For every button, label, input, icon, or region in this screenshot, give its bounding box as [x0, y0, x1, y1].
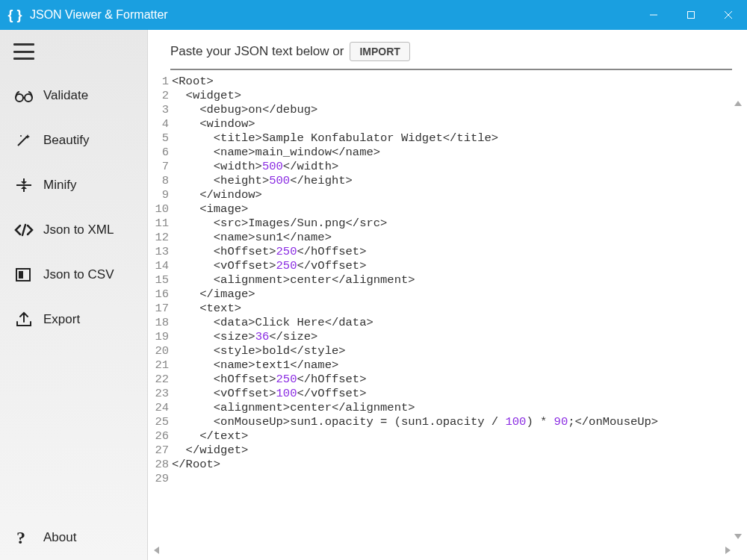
code-line[interactable]: <name>text1</name> — [172, 358, 732, 373]
sidebar-item-label: Export — [43, 312, 80, 327]
scroll-down-icon[interactable] — [734, 534, 742, 539]
line-number: 21 — [151, 358, 172, 373]
svg-line-11 — [22, 225, 25, 235]
code-line[interactable]: </window> — [172, 188, 732, 202]
code-line[interactable]: <hOffset>250</hOffset> — [172, 245, 732, 259]
glasses-icon — [13, 87, 43, 104]
line-number: 15 — [151, 273, 172, 287]
code-line[interactable]: <height>500</height> — [172, 174, 732, 188]
line-number: 12 — [151, 231, 172, 245]
code-line[interactable]: </widget> — [172, 444, 732, 458]
sidebar-item-label: Minify — [43, 178, 76, 193]
sidebar-item-beautify[interactable]: Beautify — [0, 118, 147, 163]
code-body[interactable]: <Root> <widget> <debug>on</debug> <windo… — [172, 73, 732, 553]
question-icon: ? — [13, 529, 43, 547]
line-number: 24 — [151, 401, 172, 415]
code-line[interactable]: <vOffset>250</vOffset> — [172, 259, 732, 273]
sidebar-item-label: Json to XML — [43, 223, 114, 237]
svg-rect-1 — [688, 12, 695, 19]
line-number: 23 — [151, 387, 172, 401]
sidebar-item-json2csv[interactable]: Json to CSV — [0, 252, 147, 297]
svg-line-6 — [18, 137, 27, 146]
code-line[interactable]: </image> — [172, 287, 732, 302]
sidebar-spacer — [0, 342, 147, 515]
code-line[interactable]: <alignment>center</alignment> — [172, 401, 732, 415]
titlebar[interactable]: { } JSON Viewer & Formatter — [0, 0, 747, 30]
svg-text:?: ? — [16, 529, 25, 547]
csv-icon — [13, 267, 43, 283]
code-line[interactable]: <width>500</width> — [172, 160, 732, 174]
scrollbar-vertical[interactable] — [733, 101, 743, 539]
code-editor[interactable]: 1234567891011121314151617181920212223242… — [151, 73, 732, 553]
code-line[interactable]: <hOffset>250</hOffset> — [172, 373, 732, 387]
content-area: Paste your JSON text below or IMPORT 123… — [148, 30, 747, 560]
scroll-right-icon[interactable] — [725, 547, 731, 554]
line-number: 4 — [151, 117, 172, 131]
header-divider — [170, 69, 732, 70]
sidebar-item-minify[interactable]: Minify — [0, 163, 147, 208]
body: Validate Beautify Minify — [0, 30, 747, 560]
sidebar-item-validate[interactable]: Validate — [0, 73, 147, 118]
wand-icon — [13, 132, 43, 149]
line-number: 26 — [151, 429, 172, 444]
line-number: 28 — [151, 458, 172, 472]
code-line[interactable]: <Root> — [172, 75, 732, 89]
code-line[interactable]: <text> — [172, 302, 732, 316]
line-number: 3 — [151, 103, 172, 117]
line-number: 6 — [151, 146, 172, 160]
line-number: 13 — [151, 245, 172, 259]
code-line[interactable]: <title>Sample Konfabulator Widget</title… — [172, 131, 732, 146]
sidebar-item-export[interactable]: Export — [0, 297, 147, 342]
line-number: 17 — [151, 302, 172, 316]
code-line[interactable] — [172, 472, 732, 486]
line-number: 18 — [151, 316, 172, 330]
code-icon — [13, 222, 43, 238]
line-number: 1 — [151, 75, 172, 89]
code-line[interactable]: <image> — [172, 202, 732, 217]
sidebar-item-about[interactable]: ? About — [0, 515, 147, 560]
sidebar-item-json2xml[interactable]: Json to XML — [0, 208, 147, 252]
line-number: 20 — [151, 344, 172, 358]
sidebar-items: Validate Beautify Minify — [0, 73, 147, 560]
code-line[interactable]: <name>sun1</name> — [172, 231, 732, 245]
line-number: 14 — [151, 259, 172, 273]
code-line[interactable]: <size>36</size> — [172, 330, 732, 344]
code-line[interactable]: <style>bold</style> — [172, 344, 732, 358]
minimize-button[interactable] — [635, 0, 672, 30]
scrollbar-horizontal[interactable] — [154, 545, 731, 556]
svg-rect-13 — [19, 272, 22, 278]
line-number: 10 — [151, 202, 172, 217]
code-line[interactable]: <widget> — [172, 89, 732, 103]
sidebar-item-label: Validate — [43, 88, 88, 103]
hamburger-area — [0, 30, 147, 73]
code-line[interactable]: <debug>on</debug> — [172, 103, 732, 117]
sidebar-item-label: Json to CSV — [43, 267, 114, 282]
code-line[interactable]: <data>Click Here</data> — [172, 316, 732, 330]
line-number: 27 — [151, 444, 172, 458]
line-number: 11 — [151, 217, 172, 231]
code-line[interactable]: <alignment>center</alignment> — [172, 273, 732, 287]
close-button[interactable] — [710, 0, 747, 30]
code-line[interactable]: </Root> — [172, 458, 732, 472]
hamburger-icon[interactable] — [13, 43, 34, 60]
line-number: 5 — [151, 131, 172, 146]
code-line[interactable]: <vOffset>100</vOffset> — [172, 387, 732, 401]
app-window: { } JSON Viewer & Formatter — [0, 0, 747, 560]
line-number: 29 — [151, 472, 172, 486]
import-button[interactable]: IMPORT — [350, 42, 409, 61]
line-number: 7 — [151, 160, 172, 174]
app-title: JSON Viewer & Formatter — [30, 8, 635, 22]
content-header: Paste your JSON text below or IMPORT — [151, 37, 732, 69]
maximize-button[interactable] — [672, 0, 710, 30]
code-line[interactable]: <onMouseUp>sun1.opacity = (sun1.opacity … — [172, 415, 732, 429]
app-icon: { } — [0, 0, 30, 30]
code-line[interactable]: <name>main_window</name> — [172, 146, 732, 160]
line-gutter: 1234567891011121314151617181920212223242… — [151, 73, 172, 553]
code-line[interactable]: </text> — [172, 429, 732, 444]
line-number: 25 — [151, 415, 172, 429]
scroll-up-icon[interactable] — [734, 101, 742, 106]
code-line[interactable]: <window> — [172, 117, 732, 131]
code-line[interactable]: <src>Images/Sun.png</src> — [172, 217, 732, 231]
svg-point-7 — [20, 135, 22, 137]
scroll-left-icon[interactable] — [154, 547, 159, 554]
